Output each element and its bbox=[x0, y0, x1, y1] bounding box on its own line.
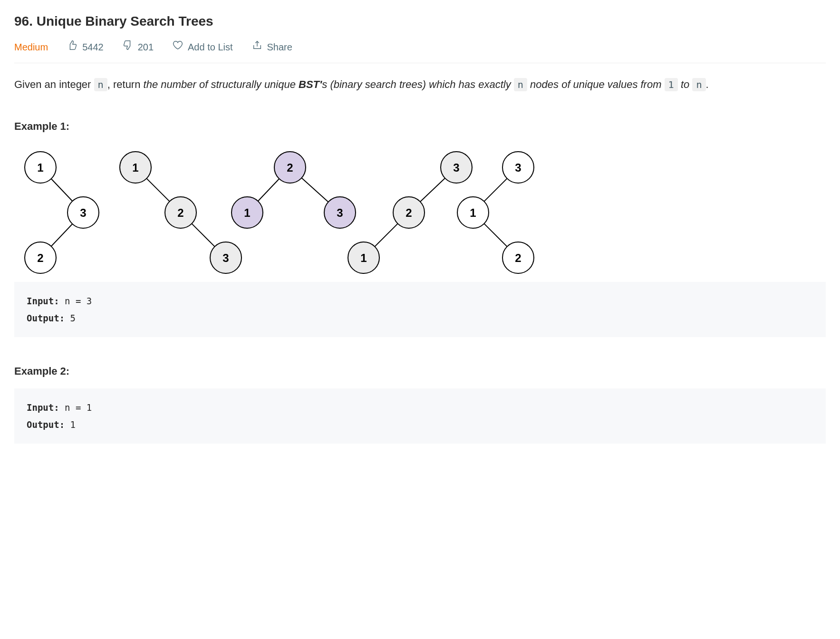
desc-text: . bbox=[706, 78, 709, 90]
bst-diagram: 132123213321312 bbox=[14, 144, 826, 279]
tree-edge bbox=[51, 224, 73, 246]
tree-node-value: 2 bbox=[515, 252, 521, 264]
share-button[interactable]: Share bbox=[252, 40, 292, 54]
tree-edge bbox=[375, 223, 397, 246]
tree-edge bbox=[51, 179, 73, 201]
tree-edge bbox=[258, 179, 280, 201]
add-to-list-button[interactable]: Add to List bbox=[173, 40, 233, 54]
desc-code-n2: n bbox=[514, 78, 527, 91]
share-icon bbox=[252, 40, 262, 54]
example2-heading: Example 2: bbox=[14, 363, 826, 379]
input-label: Input: bbox=[27, 402, 59, 413]
tree-edge bbox=[301, 178, 328, 202]
input-label: Input: bbox=[27, 296, 59, 306]
tree-edge bbox=[146, 178, 169, 201]
desc-text: s (binary search trees) which has exactl… bbox=[322, 78, 514, 90]
dislike-count: 201 bbox=[138, 40, 154, 54]
desc-bold: BST' bbox=[299, 78, 322, 90]
desc-code-n3: n bbox=[692, 78, 705, 91]
problem-description: Given an integer n, return the number of… bbox=[14, 77, 826, 92]
output-value: 5 bbox=[65, 313, 76, 323]
thumbs-down-icon bbox=[123, 40, 133, 54]
tree-node-value: 3 bbox=[80, 206, 86, 219]
desc-text: nodes of unique values from bbox=[527, 78, 665, 90]
example2-code: Input: n = 1 Output: 1 bbox=[14, 388, 826, 444]
tree-node-value: 2 bbox=[37, 252, 43, 264]
tree-node-value: 1 bbox=[132, 161, 138, 174]
tree-edge bbox=[420, 178, 445, 202]
like-count: 5442 bbox=[82, 40, 104, 54]
tree-node-value: 3 bbox=[453, 161, 459, 174]
desc-code-1: 1 bbox=[665, 78, 678, 91]
tree-edge bbox=[484, 178, 507, 201]
tree-node-value: 2 bbox=[287, 161, 293, 174]
add-to-list-label: Add to List bbox=[188, 40, 233, 54]
thumbs-up-icon bbox=[67, 40, 77, 54]
share-label: Share bbox=[267, 40, 292, 54]
tree-node-value: 3 bbox=[222, 252, 229, 264]
desc-text: Given an integer bbox=[14, 78, 94, 90]
tree-node-value: 3 bbox=[515, 161, 521, 174]
desc-text: to bbox=[678, 78, 693, 90]
desc-code-n1: n bbox=[94, 78, 107, 91]
tree-node-value: 3 bbox=[337, 206, 343, 219]
problem-meta-row: Medium 5442 201 Add to List Share bbox=[14, 40, 826, 63]
tree-node-value: 1 bbox=[37, 161, 43, 174]
heart-icon bbox=[173, 40, 183, 54]
dislike-button[interactable]: 201 bbox=[123, 40, 154, 54]
output-label: Output: bbox=[27, 313, 65, 323]
tree-edge bbox=[192, 223, 214, 246]
desc-text: the number of structurally unique bbox=[144, 78, 299, 90]
tree-node-value: 2 bbox=[406, 206, 412, 219]
like-button[interactable]: 5442 bbox=[67, 40, 104, 54]
output-value: 1 bbox=[65, 419, 76, 430]
example1-code: Input: n = 3 Output: 5 bbox=[14, 282, 826, 337]
input-value: n = 1 bbox=[59, 402, 92, 413]
desc-text: , return bbox=[107, 78, 144, 90]
input-value: n = 3 bbox=[59, 296, 92, 306]
tree-edge bbox=[484, 223, 507, 246]
tree-node-value: 1 bbox=[360, 252, 367, 264]
tree-node-value: 2 bbox=[177, 206, 183, 219]
difficulty-badge: Medium bbox=[14, 40, 48, 54]
tree-node-value: 1 bbox=[244, 206, 250, 219]
output-label: Output: bbox=[27, 419, 65, 430]
example1-heading: Example 1: bbox=[14, 118, 826, 134]
problem-title: 96. Unique Binary Search Trees bbox=[14, 11, 826, 31]
tree-node-value: 1 bbox=[470, 206, 476, 219]
